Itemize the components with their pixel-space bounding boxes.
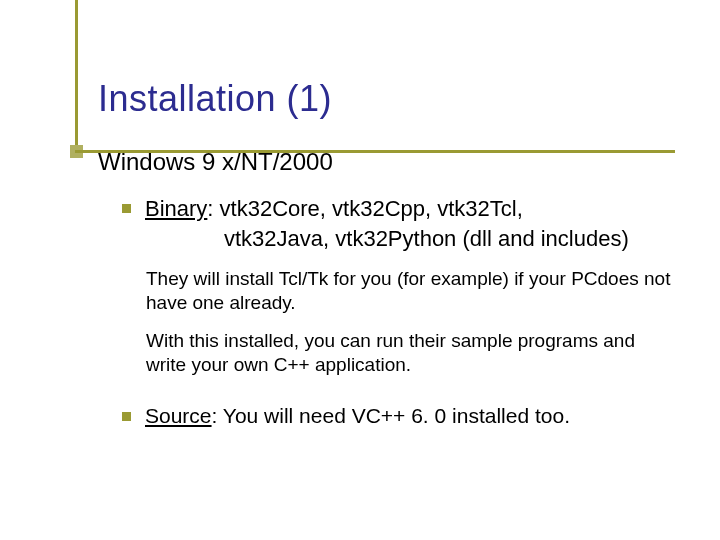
accent-bar-horizontal (75, 150, 675, 153)
body-paragraph-1: They will install Tcl/Tk for you (for ex… (146, 267, 680, 315)
bullet-square-icon (122, 412, 131, 421)
source-rest: : You will need VC++ 6. 0 installed too. (212, 404, 570, 427)
body-paragraph-2: With this installed, you can run their s… (146, 329, 680, 377)
bullet-source: Source: You will need VC++ 6. 0 installe… (122, 402, 680, 430)
bullet-square-icon (122, 204, 131, 213)
binary-line2: vtk32Java, vtk32Python (dll and includes… (224, 224, 680, 254)
slide: Installation (1) Windows 9 x/NT/2000 Bin… (0, 0, 720, 540)
bullet-binary-text: Binary: vtk32Core, vtk32Cpp, vtk32Tcl, (145, 194, 523, 224)
bullet-source-text: Source: You will need VC++ 6. 0 installe… (145, 402, 570, 430)
binary-label: Binary (145, 196, 207, 221)
accent-bar-vertical (75, 0, 78, 145)
slide-title: Installation (1) (98, 78, 680, 120)
binary-line1-rest: : vtk32Core, vtk32Cpp, vtk32Tcl, (207, 196, 522, 221)
bullet-binary: Binary: vtk32Core, vtk32Cpp, vtk32Tcl, (122, 194, 680, 224)
source-label: Source (145, 404, 212, 427)
